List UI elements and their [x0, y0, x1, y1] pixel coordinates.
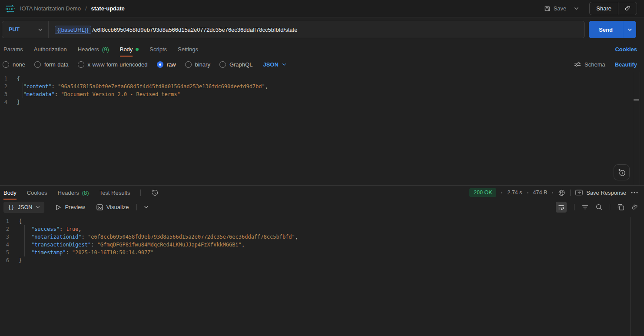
format-label: JSON [18, 204, 32, 210]
response-tab-body[interactable]: Body [3, 186, 17, 200]
token: : [60, 226, 66, 232]
editor-scrollbar[interactable] [633, 72, 640, 185]
top-bar: HTTP IOTA Notarization Demo / state-upda… [0, 0, 644, 17]
bodytype-raw[interactable]: raw [157, 61, 176, 68]
radio-icon [219, 61, 226, 68]
code-line-3: 3 "notarizationId": "e6f8ccb6950458fd9eb… [0, 233, 644, 241]
save-button[interactable]: Save [541, 3, 569, 13]
tab-authorization[interactable]: Authorization [34, 42, 67, 57]
ai-sparkle-icon [617, 168, 626, 177]
save-label: Save [554, 5, 567, 12]
send-button-group: Send [589, 21, 636, 38]
link-icon [624, 5, 631, 12]
response-time[interactable]: 2.74 s [507, 190, 522, 196]
history-icon[interactable] [151, 189, 159, 196]
tab-scripts[interactable]: Scripts [149, 42, 167, 57]
response-size[interactable]: 474 B [533, 190, 548, 196]
request-tabs-row: ParamsAuthorizationHeaders(9)BodyScripts… [0, 42, 644, 57]
bodytype-form-data[interactable]: form-data [34, 61, 69, 68]
indent-guide [24, 225, 25, 256]
bodytype-label: raw [167, 61, 176, 68]
filter-icon[interactable] [582, 205, 588, 210]
bodytype-binary[interactable]: binary [185, 61, 210, 68]
divider [630, 217, 631, 336]
tab-headers[interactable]: Headers(9) [78, 42, 109, 57]
tab-label: Body [120, 42, 133, 57]
raw-language-dropdown[interactable]: JSON [263, 61, 286, 68]
bodytype-label: x-www-form-urlencoded [88, 61, 148, 68]
tab-settings[interactable]: Settings [178, 42, 198, 57]
bodytype-graphql[interactable]: GraphQL [219, 61, 252, 68]
preview-button[interactable]: Preview [56, 204, 85, 210]
request-body-editor[interactable]: 1{2 "content": "96a5447815a0bf0e7efa6684… [0, 72, 644, 185]
chevron-down-icon [282, 63, 286, 66]
response-format-dropdown[interactable]: {} JSON [3, 202, 44, 213]
breadcrumb-request-name[interactable]: state-update [91, 5, 125, 12]
response-tab-test-results[interactable]: Test Results [100, 186, 130, 200]
response-meta: 200 OK 2.74 s 474 B Save Response [469, 188, 638, 197]
line-number: 1 [0, 217, 16, 225]
request-tabs: ParamsAuthorizationHeaders(9)BodyScripts… [3, 42, 198, 57]
send-button[interactable]: Send [589, 21, 623, 38]
code-content[interactable]: } [14, 98, 20, 106]
token: "metadata" [23, 91, 54, 97]
token: { [17, 76, 20, 82]
wrap-text-button[interactable] [556, 202, 567, 213]
code-line-2[interactable]: 2 "content": "96a5447815a0bf0e7efa66845f… [0, 83, 644, 90]
tab-body[interactable]: Body [120, 42, 139, 57]
visualize-button[interactable]: Visualize [96, 204, 129, 210]
more-options-icon[interactable] [631, 192, 638, 193]
code-line-1[interactable]: 1{ [0, 75, 644, 83]
code-content[interactable]: "content": "96a5447815a0bf0e7efa66845f4d… [14, 83, 268, 90]
token [19, 226, 31, 232]
bodytype-x-www-form-urlencoded[interactable]: x-www-form-urlencoded [78, 61, 148, 68]
send-options-button[interactable] [623, 21, 636, 38]
code-line-3[interactable]: 3 "metadata": "Document Version 2.0 - Re… [0, 90, 644, 98]
copy-icon[interactable] [617, 204, 624, 210]
raw-language-label: JSON [263, 61, 278, 68]
breadcrumb-collection[interactable]: IOTA Notarization Demo [20, 5, 81, 12]
line-number: 4 [0, 241, 16, 249]
preview-label: Preview [65, 204, 85, 210]
divider [136, 204, 137, 210]
schema-button[interactable]: Schema [574, 61, 605, 68]
search-icon[interactable] [596, 204, 602, 210]
url-field[interactable]: {{baseURL}} /e6f8ccb6950458fd9eb793d8a56… [49, 26, 297, 34]
response-tab-cookies[interactable]: Cookies [27, 186, 47, 200]
share-button[interactable]: Share [590, 2, 618, 15]
tab-label: Cookies [27, 186, 47, 200]
network-globe-icon[interactable] [558, 189, 565, 196]
svg-text:HTTP: HTTP [6, 7, 15, 11]
code-content[interactable]: "metadata": "Document Version 2.0 - Revi… [14, 90, 180, 98]
save-response-button[interactable]: Save Response [575, 190, 626, 196]
line-number: 3 [0, 90, 14, 98]
chevron-down-icon [38, 28, 43, 31]
request-code-area[interactable]: 1{2 "content": "96a5447815a0bf0e7efa6684… [0, 75, 644, 106]
divider [140, 190, 141, 196]
status-badge[interactable]: 200 OK [469, 188, 496, 197]
code-content: } [16, 256, 22, 264]
save-response-label: Save Response [586, 190, 626, 196]
sliders-icon [574, 61, 581, 67]
save-response-icon [575, 190, 583, 196]
cookies-link[interactable]: Cookies [615, 46, 637, 53]
token [19, 234, 31, 240]
url-variable-chip[interactable]: {{baseURL}} [55, 26, 91, 34]
scrollbar-thumb[interactable] [634, 100, 639, 100]
code-line-2: 2 "success": true, [0, 225, 644, 233]
method-dropdown[interactable]: PUT [2, 27, 48, 33]
postbot-button[interactable] [614, 164, 630, 180]
beautify-button[interactable]: Beautify [615, 61, 637, 68]
copy-link-button[interactable] [618, 2, 637, 15]
bodytype-none[interactable]: none [3, 61, 25, 68]
code-content[interactable]: { [14, 75, 20, 83]
token: : [91, 242, 97, 248]
more-views-chevron-icon[interactable] [144, 206, 149, 209]
code-line-4[interactable]: 4} [0, 98, 644, 106]
request-url-row: PUT {{baseURL}} /e6f8ccb6950458fd9eb793d… [0, 17, 644, 42]
code-content: "notarizationId": "e6f8ccb6950458fd9eb79… [16, 233, 298, 241]
response-tab-headers[interactable]: Headers(8) [58, 186, 89, 200]
tab-params[interactable]: Params [3, 42, 23, 57]
link-icon[interactable] [631, 204, 638, 210]
save-options-button[interactable] [571, 5, 582, 12]
